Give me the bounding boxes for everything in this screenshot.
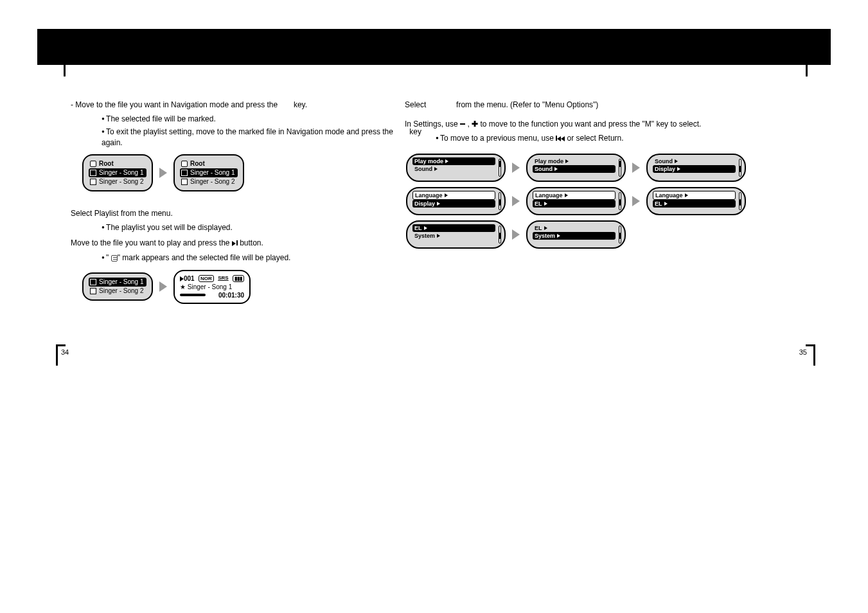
scrollbar [619,226,621,244]
label-root: Root [99,160,114,168]
settings-screen-sound: Play mode Sound [526,154,626,182]
bullet-text: " mark appears and the selected file wil… [118,253,291,262]
settings-screen-language-b: Language EL [526,187,626,215]
file-icon [90,170,96,176]
opt-language: Language [655,192,683,199]
bullet-selected-marked: The selected file will be marked. [102,114,430,124]
list-mark-icon [111,255,118,262]
bullet-mark-played: " " mark appears and the selected file w… [102,253,430,263]
step-text: Move to the file you want to play and pr… [71,238,229,247]
opt-sound: Sound [414,166,432,172]
arrow-icon [159,168,167,178]
progress-bar [180,294,206,296]
step-move-navigation: - Move to the file you want in Navigatio… [71,100,430,110]
arrow-icon [159,281,167,292]
opt-language: Language [415,192,443,199]
plus-icon: ✚ [472,119,478,129]
opt-el: EL [535,225,542,231]
bullet-text-tail: or select Return. [567,134,624,143]
device-screen-root-after: Root Singer - Song 1 Singer - Song 2 [173,154,244,191]
step-text-tail: from the menu. (Refer to "Menu Options") [456,100,598,109]
step-text-tail: to move to the function you want and pre… [480,120,701,129]
screenshot-row-root: Root Singer - Song 1 Singer - Song 2 Roo… [82,154,430,191]
scrollbar [619,192,621,210]
page-35-content: Select from the menu. (Refer to "Menu Op… [405,100,765,254]
opt-system: System [535,233,555,239]
file-singer2: Singer - Song 2 [99,287,144,295]
screenshot-row-playlist: Singer - Song 1 Singer - Song 2 001 NOR … [82,270,430,304]
file-singer1: Singer - Song 1 [99,169,144,177]
file-singer1: Singer - Song 1 [99,278,144,286]
track-number: 001 [184,275,195,282]
bullet-playlist-displayed: The playlist you set will be displayed. [102,222,430,233]
opt-display: Display [655,166,675,172]
footer-tick-left [56,344,58,366]
battery-icon: ▮▮▮ [233,275,244,282]
opt-el: EL [655,200,662,207]
arrow-icon [512,196,520,206]
step-text: - Move to the file you want in Navigatio… [71,100,278,109]
page-header-band [37,29,831,65]
step-select-playlist: Select Playlist from the menu. [71,208,430,218]
scrollbar [499,159,501,177]
step-move-play: Move to the file you want to play and pr… [71,238,430,249]
arrow-icon [632,163,640,173]
device-screen-playlist: Singer - Song 1 Singer - Song 2 [82,272,153,301]
settings-screen-playmode: Play mode Sound [406,154,506,182]
opt-playmode: Play mode [535,158,563,164]
file-icon [181,179,188,185]
scrollbar [739,159,741,177]
step-text-tail: button. [240,238,263,247]
opt-sound: Sound [535,166,553,172]
file-icon [90,279,96,285]
file-singer2: Singer - Song 2 [190,178,235,186]
opt-el: EL [535,200,542,207]
page-number-left: 34 [61,348,69,356]
folder-icon [181,161,188,167]
arrow-icon [512,229,520,240]
quote-open: " [106,253,111,262]
settings-screens-grid: Play mode Sound Play mode Sound Sound Di… [406,154,765,249]
file-singer1: Singer - Song 1 [190,169,235,177]
step-text: Select [405,100,426,109]
step-text: In Settings, use [405,120,458,129]
file-singer2: Singer - Song 2 [99,178,144,186]
opt-el: EL [414,225,422,231]
page-number-right: 35 [799,348,807,356]
arrow-icon [632,196,640,206]
scrollbar [619,159,621,177]
opt-language: Language [535,192,563,199]
settings-screen-language-c: Language EL [646,187,746,215]
settings-screen-display: Sound Display [646,154,746,182]
label-root: Root [190,160,205,168]
bullet-previous-menu: To move to a previous menu, use or selec… [436,133,765,144]
file-icon [90,179,96,185]
page-34-content: - Move to the file you want in Navigatio… [71,100,430,321]
step-settings-navigate: In Settings, use , ✚ to move to the func… [405,119,765,129]
minus-icon [460,123,465,125]
bullet-exit-playlist: To exit the playlist setting, move to th… [102,127,430,147]
file-icon [90,288,96,294]
scrollbar [499,226,501,244]
header-tick-left [64,65,66,76]
settings-screen-el-system: EL System [406,220,506,249]
badge-nor: NOR [199,275,214,282]
play-pause-icon [232,238,238,249]
bullet-text: To exit the playlist setting, move to th… [106,127,393,136]
bullet-text: To move to a previous menu, use [440,134,554,143]
settings-screen-system: EL System [526,220,626,249]
scrollbar [739,192,741,210]
settings-screen-language-a: Language Display [406,187,506,215]
play-time: 00:01:30 [218,292,244,299]
opt-system: System [414,233,435,239]
opt-display: Display [414,200,435,207]
device-screen-root-before: Root Singer - Song 1 Singer - Song 2 [82,154,153,191]
step-text-tail: key. [294,100,307,109]
footer-tick-right [813,344,815,366]
now-playing-title: Singer - Song 1 [188,283,233,290]
scrollbar [499,192,501,210]
device-screen-nowplaying: 001 NOR SRS ▮▮▮ ★ Singer - Song 1 00:01:… [173,270,251,304]
opt-sound: Sound [655,158,673,164]
header-tick-right [806,65,808,76]
arrow-icon [512,163,520,173]
